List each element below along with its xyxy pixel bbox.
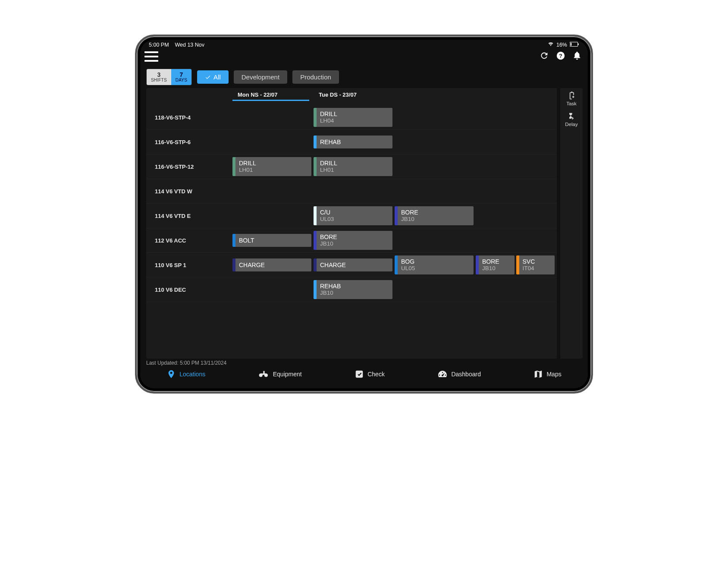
- location-row-label: 114 V6 VTD E: [146, 204, 232, 228]
- task-color-bar: [314, 108, 317, 127]
- status-left: 5:00 PM Wed 13 Nov: [149, 42, 204, 48]
- task-meta: IT04: [523, 265, 552, 272]
- task-body: DRILLLH04: [317, 108, 392, 127]
- schedule-cell: [476, 130, 557, 154]
- bottom-nav: Locations Equipment Check Dashboard Maps: [140, 367, 588, 388]
- schedule-cell: [476, 105, 557, 130]
- nav-maps[interactable]: Maps: [533, 369, 561, 379]
- schedule-cell: REHABJB10: [314, 277, 395, 302]
- schedule-cell: [395, 228, 476, 253]
- task-block[interactable]: DRILLLH01: [314, 157, 392, 176]
- task-meta: UL05: [401, 265, 470, 272]
- nav-equipment[interactable]: Equipment: [258, 370, 302, 378]
- task-color-bar: [395, 206, 398, 225]
- task-block[interactable]: BOGUL05: [395, 255, 474, 274]
- filter-row: 3 SHIFTS 7 DAYS All Development Producti…: [140, 67, 588, 88]
- seg-shifts[interactable]: 3 SHIFTS: [147, 69, 171, 85]
- add-delay[interactable]: Delay: [565, 112, 577, 127]
- task-block[interactable]: REHABJB10: [314, 280, 392, 299]
- task-block[interactable]: C/UUL03: [314, 206, 392, 225]
- task-title: CHARGE: [239, 262, 308, 268]
- task-block[interactable]: DRILLLH01: [232, 157, 311, 176]
- nav-dashboard[interactable]: Dashboard: [437, 370, 481, 378]
- task-body: DRILLLH01: [317, 157, 392, 176]
- schedule-cell: [395, 179, 476, 204]
- filter-all[interactable]: All: [197, 70, 229, 84]
- nav-locations[interactable]: Locations: [166, 369, 205, 379]
- task-block[interactable]: BOREJB10: [476, 255, 515, 274]
- task-color-bar: [516, 255, 519, 274]
- schedule-cell: DRILLLH04: [314, 105, 395, 130]
- task-block[interactable]: CHARGE: [314, 258, 392, 271]
- filter-development[interactable]: Development: [234, 70, 287, 84]
- schedule-cell: DRILLLH01: [232, 154, 314, 179]
- menu-icon[interactable]: [144, 51, 158, 62]
- task-block[interactable]: SVCIT04: [516, 255, 555, 274]
- toolbar: ?: [140, 49, 588, 67]
- help-icon[interactable]: ?: [556, 51, 565, 62]
- nav-check[interactable]: Check: [355, 369, 385, 379]
- task-meta: LH01: [320, 167, 389, 173]
- task-body: C/UUL03: [317, 206, 392, 225]
- timeline-header: Mon NS - 22/07 Tue DS - 23/07: [146, 88, 557, 105]
- task-body: REHAB: [317, 136, 392, 148]
- task-block[interactable]: BOLT: [232, 234, 311, 247]
- task-block[interactable]: BOREJB10: [395, 206, 474, 225]
- bell-icon[interactable]: [572, 51, 582, 62]
- task-meta: LH04: [320, 117, 389, 124]
- schedule-cell: BOREJB10: [395, 204, 476, 228]
- battery-label: 16%: [556, 42, 567, 48]
- status-time: 5:00 PM: [149, 42, 169, 48]
- schedule-cell: [395, 277, 476, 302]
- shift-header-2: Tue DS - 23/07: [314, 91, 390, 98]
- task-color-bar: [314, 136, 317, 148]
- task-title: REHAB: [320, 283, 389, 290]
- task-title: BORE: [482, 258, 511, 265]
- svg-rect-9: [356, 371, 363, 378]
- schedule-cell: BOGUL05: [395, 253, 476, 277]
- task-body: CHARGE: [317, 258, 392, 271]
- wifi-icon: [548, 42, 554, 48]
- svg-rect-1: [578, 43, 579, 45]
- task-body: BOREJB10: [317, 231, 392, 250]
- task-block[interactable]: DRILLLH04: [314, 108, 392, 127]
- task-title: BORE: [401, 209, 470, 216]
- schedule-cell: BOLT: [232, 228, 314, 253]
- map-icon: [533, 369, 543, 379]
- last-updated: Last Updated: 5:00 PM 13/11/2024: [140, 359, 588, 367]
- schedule-cell: CHARGE: [232, 253, 314, 277]
- task-body: DRILLLH01: [235, 157, 311, 176]
- gauge-icon: [437, 370, 448, 378]
- task-title: BOG: [401, 258, 470, 265]
- checklist-icon: [355, 369, 364, 379]
- refresh-icon[interactable]: [540, 51, 549, 62]
- task-block[interactable]: CHARGE: [232, 258, 311, 271]
- status-right: 16%: [548, 42, 579, 48]
- task-body: BOREJB10: [479, 255, 515, 274]
- add-task[interactable]: Task: [566, 91, 577, 106]
- filter-production[interactable]: Production: [292, 70, 339, 84]
- content: Mon NS - 22/07 Tue DS - 23/07 118-V6-STP…: [140, 88, 588, 359]
- task-body: BOREJB10: [398, 206, 474, 225]
- task-block[interactable]: BOREJB10: [314, 231, 392, 250]
- schedule-cell: CHARGE: [314, 253, 395, 277]
- schedule-cell: [232, 105, 314, 130]
- schedule-cell: BOREJB10: [314, 228, 395, 253]
- task-title: CHARGE: [320, 262, 389, 268]
- task-block[interactable]: REHAB: [314, 136, 392, 148]
- schedule-cell: [395, 105, 476, 130]
- right-rail: Task Delay: [560, 88, 583, 359]
- location-row-label: 116-V6-STP-12: [146, 154, 232, 179]
- task-body: CHARGE: [235, 258, 311, 271]
- screen: 5:00 PM Wed 13 Nov 16% ?: [140, 40, 588, 388]
- schedule-cell: [476, 277, 557, 302]
- status-bar: 5:00 PM Wed 13 Nov 16%: [140, 40, 588, 49]
- schedule-cell: REHAB: [314, 130, 395, 154]
- task-meta: JB10: [482, 265, 511, 272]
- tablet-frame: 5:00 PM Wed 13 Nov 16% ?: [135, 35, 593, 394]
- seg-days[interactable]: 7 DAYS: [171, 69, 191, 85]
- battery-icon: [570, 42, 579, 48]
- range-segment: 3 SHIFTS 7 DAYS: [146, 69, 192, 85]
- task-color-bar: [314, 157, 317, 176]
- location-row-label: 110 V6 SP 1: [146, 253, 232, 277]
